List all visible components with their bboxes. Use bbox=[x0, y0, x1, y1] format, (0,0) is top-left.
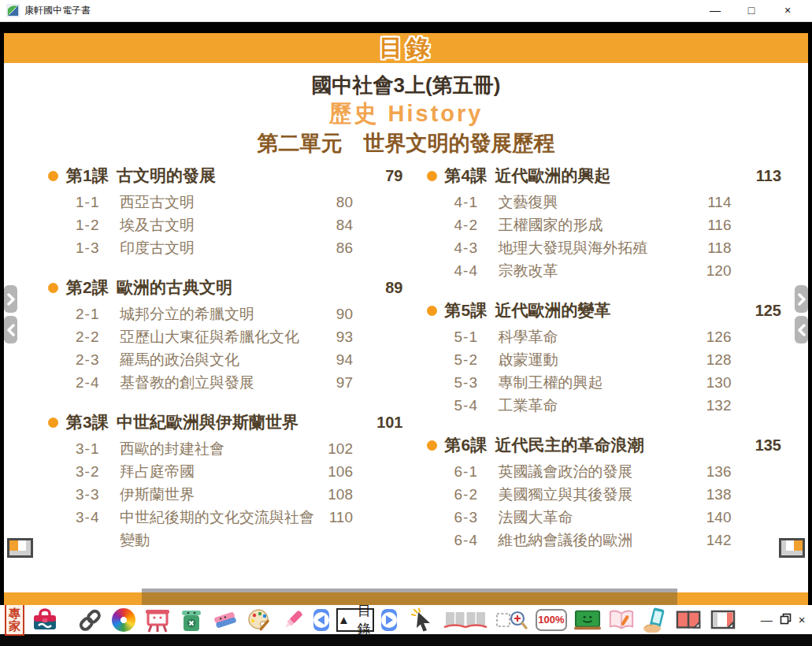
flip-back-chevron-icon[interactable] bbox=[4, 316, 17, 343]
page-selector[interactable]: ▲ 目錄 bbox=[336, 608, 374, 632]
toc-section-link[interactable]: 6-2 美國獨立與其後發展 138 bbox=[454, 483, 782, 506]
lesson-title: 中世紀歐洲與伊斯蘭世界 bbox=[115, 411, 367, 433]
lesson-page-number: 101 bbox=[367, 411, 403, 433]
section-number: 6-2 bbox=[454, 483, 499, 506]
toolbox-icon[interactable] bbox=[32, 607, 58, 633]
toc-section-link[interactable]: 2-4 基督教的創立與發展 97 bbox=[76, 371, 403, 394]
chalkboard-icon[interactable] bbox=[574, 607, 601, 633]
cursor-icon[interactable] bbox=[409, 607, 436, 633]
section-page-number: 97 bbox=[318, 371, 353, 394]
toc-section-link[interactable]: 2-1 城邦分立的希臘文明 90 bbox=[76, 303, 403, 325]
toc-section-link[interactable]: 3-1 西歐的封建社會 102 bbox=[76, 437, 403, 460]
section-title: 啟蒙運動 bbox=[499, 348, 697, 371]
section-title: 維也納會議後的歐洲 bbox=[499, 529, 697, 551]
expert-mode-button[interactable]: 專家 bbox=[5, 603, 24, 637]
eraser-icon[interactable] bbox=[212, 607, 239, 633]
section-title: 科學革命 bbox=[499, 325, 697, 348]
toc-section-link[interactable]: 2-3 羅馬的政治與文化 94 bbox=[76, 348, 403, 371]
palette-icon[interactable] bbox=[246, 607, 273, 633]
flip-back-chevron-icon[interactable] bbox=[795, 316, 808, 343]
toc-lesson-link[interactable]: 第5課 近代歐洲的變革 125 bbox=[427, 299, 782, 321]
section-page-number: 116 bbox=[697, 213, 732, 236]
toc-section-link[interactable]: 5-2 啟蒙運動 128 bbox=[454, 348, 782, 371]
color-wheel-icon[interactable] bbox=[110, 607, 137, 633]
trash-robot-icon[interactable] bbox=[178, 607, 205, 633]
toc-section-link[interactable]: 4-1 文藝復興 114 bbox=[454, 191, 782, 213]
maximize-button[interactable]: □ bbox=[733, 0, 769, 21]
zoom-level-button[interactable]: 100% bbox=[536, 609, 567, 631]
app-restore-button[interactable] bbox=[780, 613, 792, 627]
lesson-title: 近代歐洲的變革 bbox=[494, 299, 746, 321]
toc-section-link[interactable]: 2-2 亞歷山大東征與希臘化文化 93 bbox=[76, 325, 403, 348]
toc-lesson-link[interactable]: 第1課 古文明的發展 79 bbox=[48, 165, 403, 187]
toc-section-link[interactable]: 4-3 地理大發現與海外拓殖 118 bbox=[454, 236, 782, 259]
app-body: 目錄 國中社會3上(第五冊) 歷史 History 第二單元 世界文明的發展歷程… bbox=[0, 22, 812, 605]
section-title: 法國大革命 bbox=[499, 506, 697, 529]
prev-page-button[interactable] bbox=[313, 609, 329, 631]
section-number: 2-2 bbox=[76, 325, 120, 348]
bullet-icon bbox=[48, 418, 58, 428]
app-close-button[interactable]: × bbox=[799, 613, 806, 626]
toc-section-link[interactable]: 5-1 科學革命 126 bbox=[454, 325, 782, 348]
section-number: 6-1 bbox=[454, 460, 499, 483]
toc-section-link[interactable]: 6-1 英國議會政治的發展 136 bbox=[454, 460, 782, 483]
section-page-number: 106 bbox=[318, 460, 353, 483]
flip-forward-chevron-icon[interactable] bbox=[795, 285, 808, 313]
toc-lesson: 第3課 中世紀歐洲與伊斯蘭世界 101 3-1 西歐的封建社會 102 3-2 … bbox=[48, 411, 403, 551]
section-page-number: 80 bbox=[318, 191, 353, 213]
easel-icon[interactable] bbox=[144, 607, 171, 633]
horizontal-scrollbar-track[interactable] bbox=[4, 592, 808, 605]
toc-section-link[interactable]: 3-2 拜占庭帝國 106 bbox=[76, 460, 403, 483]
lesson-number: 第2課 bbox=[66, 277, 115, 299]
section-title: 宗教改革 bbox=[499, 259, 697, 282]
toc-section-link[interactable]: 4-4 宗教改革 120 bbox=[454, 259, 782, 282]
hyperlink-icon[interactable] bbox=[76, 607, 103, 633]
highlighter-icon[interactable] bbox=[280, 607, 306, 633]
toc-lesson-link[interactable]: 第4課 近代歐洲的興起 113 bbox=[427, 165, 782, 187]
toc-section-link[interactable]: 4-2 王權國家的形成 116 bbox=[454, 213, 782, 236]
toc-lesson-link[interactable]: 第3課 中世紀歐洲與伊斯蘭世界 101 bbox=[48, 411, 403, 433]
workbook-icon[interactable] bbox=[608, 607, 635, 633]
next-page-button[interactable] bbox=[381, 609, 397, 631]
toc-section-link[interactable]: 1-2 埃及古文明 84 bbox=[76, 213, 403, 236]
toc-section-link[interactable]: 3-3 伊斯蘭世界 108 bbox=[76, 483, 403, 506]
toc-lesson-link[interactable]: 第6課 近代民主的革命浪潮 135 bbox=[427, 434, 782, 456]
toc-sections: 3-1 西歐的封建社會 102 3-2 拜占庭帝國 106 3-3 伊斯蘭世界 … bbox=[48, 437, 403, 551]
toc-section-link[interactable]: 1-1 西亞古文明 80 bbox=[76, 191, 403, 213]
toc-section-link[interactable]: 3-4 中世紀後期的文化交流與社會變動 110 bbox=[76, 506, 403, 551]
section-title: 基督教的創立與發展 bbox=[120, 371, 318, 394]
book-spread-icon[interactable] bbox=[443, 607, 488, 633]
toc-sections: 2-1 城邦分立的希臘文明 90 2-2 亞歷山大東征與希臘化文化 93 2-3… bbox=[48, 303, 403, 394]
toc-sections: 4-1 文藝復興 114 4-2 王權國家的形成 116 4-3 地理大發現與海… bbox=[427, 191, 782, 282]
section-number: 4-1 bbox=[454, 191, 499, 213]
toc-lesson-link[interactable]: 第2課 歐洲的古典文明 89 bbox=[48, 277, 403, 299]
close-button[interactable]: × bbox=[769, 0, 806, 21]
app-minimize-button[interactable]: — bbox=[761, 613, 773, 626]
horizontal-scrollbar-thumb[interactable] bbox=[142, 588, 677, 605]
answer-tool-icon[interactable] bbox=[642, 607, 669, 633]
toc-section-link[interactable]: 6-4 維也納會議後的歐洲 142 bbox=[454, 529, 782, 551]
app-logo-icon bbox=[6, 4, 20, 17]
page-up-arrow-icon: ▲ bbox=[338, 613, 350, 626]
subject-title: 歷史 History bbox=[4, 99, 808, 128]
double-page-icon[interactable] bbox=[676, 607, 703, 633]
toc-section-link[interactable]: 1-3 印度古文明 86 bbox=[76, 236, 403, 259]
section-page-number: 86 bbox=[318, 236, 353, 259]
section-number: 1-1 bbox=[76, 191, 120, 213]
section-title: 西歐的封建社會 bbox=[120, 437, 318, 460]
single-page-icon[interactable] bbox=[710, 607, 736, 633]
page-corner-right-icon[interactable] bbox=[779, 538, 805, 558]
toc-section-link[interactable]: 5-4 工業革命 132 bbox=[454, 394, 782, 417]
section-number: 4-3 bbox=[454, 236, 499, 259]
flip-forward-chevron-icon[interactable] bbox=[4, 285, 17, 313]
section-page-number: 118 bbox=[697, 236, 732, 259]
section-page-number: 102 bbox=[318, 437, 353, 460]
minimize-button[interactable]: — bbox=[697, 0, 733, 21]
lesson-number: 第4課 bbox=[445, 165, 494, 187]
prev-arrow-icon bbox=[317, 615, 324, 625]
section-page-number: 94 bbox=[318, 348, 353, 371]
page-corner-left-icon[interactable] bbox=[7, 538, 33, 558]
toc-section-link[interactable]: 6-3 法國大革命 140 bbox=[454, 506, 782, 529]
toc-section-link[interactable]: 5-3 專制王權的興起 130 bbox=[454, 371, 782, 394]
zoom-area-icon[interactable] bbox=[495, 607, 528, 633]
